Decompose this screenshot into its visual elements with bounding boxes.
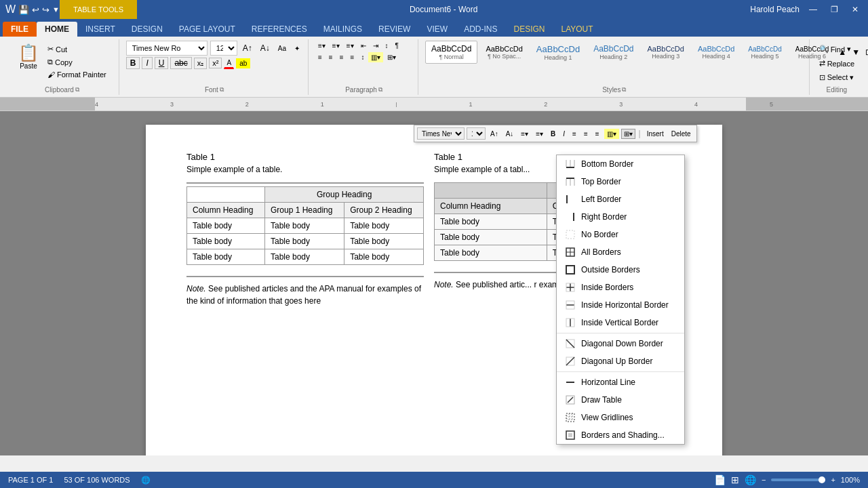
- tab-references[interactable]: REFERENCES: [243, 22, 315, 37]
- tab-insert[interactable]: INSERT: [77, 22, 123, 37]
- qat-more[interactable]: ▼: [52, 5, 60, 14]
- grow-font-btn[interactable]: A↑: [240, 42, 255, 54]
- multilevel-btn[interactable]: ≡▾: [344, 41, 357, 51]
- close-btn[interactable]: ✕: [848, 5, 863, 14]
- table-row[interactable]: Table bodyTable bodyTable body: [187, 234, 424, 249]
- menu-item-view-gridlines[interactable]: View Gridlines: [557, 409, 684, 426]
- underline-btn[interactable]: U: [155, 57, 169, 69]
- show-hide-btn[interactable]: ¶: [393, 41, 401, 51]
- ft-size-select[interactable]: 12: [467, 127, 486, 140]
- zoom-slider[interactable]: [771, 479, 825, 481]
- menu-item-inside-h-border[interactable]: Inside Horizontal Border: [557, 296, 684, 314]
- line-spacing-btn[interactable]: ↕: [358, 52, 367, 62]
- replace-btn[interactable]: ⇄ Replace: [816, 58, 857, 69]
- find-btn[interactable]: 🔍 Find ▾: [816, 43, 854, 55]
- copy-button[interactable]: ⧉ Copy: [45, 56, 109, 68]
- menu-item-h-line[interactable]: Horizontal Line: [557, 373, 684, 391]
- menu-item-inside-borders[interactable]: Inside Borders: [557, 279, 684, 296]
- menu-item-left-border[interactable]: Left Border: [557, 190, 684, 208]
- sort-btn[interactable]: ↕: [382, 41, 391, 51]
- menu-item-no-border[interactable]: No Border: [557, 226, 684, 243]
- ft-shrink[interactable]: A↓: [503, 129, 517, 139]
- tab-file[interactable]: FILE: [3, 22, 37, 37]
- shrink-font-btn[interactable]: A↓: [258, 42, 273, 54]
- menu-item-all-borders[interactable]: All Borders: [557, 243, 684, 261]
- document-area[interactable]: Table 1 Simple example of a table. Group…: [0, 111, 868, 455]
- tab-view[interactable]: VIEW: [418, 22, 456, 37]
- table-row[interactable]: Table bodyTable bodyTable body: [187, 218, 424, 234]
- ft-bold[interactable]: B: [548, 129, 558, 139]
- ft-bullets[interactable]: ≡▾: [518, 129, 531, 139]
- ft-borders-dropdown[interactable]: ⊞▾: [621, 129, 635, 139]
- tab-review[interactable]: REVIEW: [370, 22, 418, 37]
- doc-table[interactable]: Group Heading Column Heading Group 1 Hea…: [186, 186, 424, 265]
- tab-home[interactable]: HOME: [37, 22, 77, 37]
- shading-btn[interactable]: ▥▾: [368, 52, 383, 62]
- styles-expand-btn[interactable]: ⧉: [622, 86, 626, 94]
- view-full-btn[interactable]: ⊞: [731, 474, 739, 485]
- ft-italic[interactable]: I: [560, 129, 568, 139]
- style-no-space[interactable]: AaBbCcDd ¶ No Spac...: [480, 42, 528, 62]
- qat-undo[interactable]: ↩: [32, 5, 39, 15]
- menu-item-diag-up[interactable]: Diagonal Up Border: [557, 352, 684, 370]
- ft-insert-btn[interactable]: Insert: [644, 129, 667, 139]
- zoom-in-btn[interactable]: +: [831, 476, 835, 484]
- justify-btn[interactable]: ≡: [348, 52, 357, 62]
- subscript-btn[interactable]: x₂: [194, 58, 208, 69]
- tab-page-layout[interactable]: PAGE LAYOUT: [171, 22, 243, 37]
- style-h3[interactable]: AaBbCcDd Heading 3: [642, 42, 690, 62]
- zoom-level[interactable]: 100%: [841, 476, 860, 484]
- tab-design[interactable]: DESIGN: [123, 22, 171, 37]
- ft-shading[interactable]: ▥▾: [604, 129, 619, 139]
- style-normal[interactable]: AaBbCcDd ¶ Normal: [425, 41, 477, 64]
- paste-button[interactable]: 📋 Paste ✂ Cut ⧉ Copy 🖌 Format Painter: [11, 41, 113, 83]
- menu-item-outside-borders[interactable]: Outside Borders: [557, 261, 684, 279]
- menu-item-right-border[interactable]: Right Border: [557, 208, 684, 226]
- font-size-select[interactable]: 12: [210, 41, 237, 56]
- qat-save[interactable]: 💾: [18, 5, 29, 15]
- ft-delete-btn[interactable]: Delete: [669, 129, 694, 139]
- ft-align-c[interactable]: ≡: [581, 129, 591, 139]
- highlight-btn[interactable]: ab: [236, 58, 250, 68]
- ft-font-select[interactable]: Times Nev: [417, 127, 465, 140]
- styles-expand[interactable]: ⊡: [864, 46, 868, 58]
- menu-item-draw-table[interactable]: Draw Table: [557, 391, 684, 409]
- select-btn[interactable]: ⊡ Select ▾: [816, 72, 857, 83]
- align-left-btn[interactable]: ≡: [315, 52, 325, 62]
- qat-redo[interactable]: ↪: [42, 5, 50, 15]
- format-painter-button[interactable]: 🖌 Format Painter: [45, 69, 109, 80]
- decrease-indent-btn[interactable]: ⇤: [358, 41, 369, 51]
- tab-addins[interactable]: ADD-INS: [456, 22, 505, 37]
- numbering-btn[interactable]: ≡▾: [330, 41, 342, 51]
- ft-align-r[interactable]: ≡: [593, 129, 602, 139]
- tab-mailings[interactable]: MAILINGS: [315, 22, 370, 37]
- strikethrough-btn[interactable]: abc: [170, 57, 191, 69]
- superscript-btn[interactable]: x²: [209, 58, 222, 68]
- increase-indent-btn[interactable]: ⇥: [370, 41, 381, 51]
- align-center-btn[interactable]: ≡: [326, 52, 336, 62]
- font-name-select[interactable]: Times New Ro: [126, 41, 208, 56]
- style-h4[interactable]: AaBbCcDd Heading 4: [692, 42, 740, 62]
- menu-item-bottom-border[interactable]: Bottom Border: [557, 155, 684, 173]
- tab-tt-design[interactable]: DESIGN: [505, 22, 553, 37]
- style-h1[interactable]: AaBbCcDd Heading 1: [531, 41, 585, 64]
- language-icon[interactable]: 🌐: [141, 476, 151, 485]
- menu-item-top-border[interactable]: Top Border: [557, 173, 684, 190]
- italic-btn[interactable]: I: [142, 57, 152, 69]
- table-row[interactable]: Table bodyTable bodyTable body: [187, 249, 424, 265]
- bold-btn[interactable]: B: [126, 57, 140, 69]
- zoom-out-btn[interactable]: −: [762, 476, 766, 484]
- ft-align-l[interactable]: ≡: [570, 129, 579, 139]
- minimize-btn[interactable]: —: [805, 5, 821, 14]
- border-btn[interactable]: ⊞▾: [384, 52, 399, 62]
- ft-grow[interactable]: A↑: [488, 129, 501, 139]
- text-color-btn[interactable]: A: [224, 58, 234, 69]
- menu-item-borders-shading[interactable]: Borders and Shading...: [557, 426, 684, 444]
- clear-format-btn[interactable]: ✦: [292, 43, 302, 54]
- tab-tt-layout[interactable]: LAYOUT: [553, 22, 601, 37]
- change-case-btn[interactable]: Aa: [275, 43, 289, 54]
- ft-numbering[interactable]: ≡▾: [533, 129, 546, 139]
- style-h2[interactable]: AaBbCcDd Heading 2: [588, 41, 639, 63]
- align-right-btn[interactable]: ≡: [337, 52, 347, 62]
- view-web-btn[interactable]: 🌐: [745, 474, 756, 485]
